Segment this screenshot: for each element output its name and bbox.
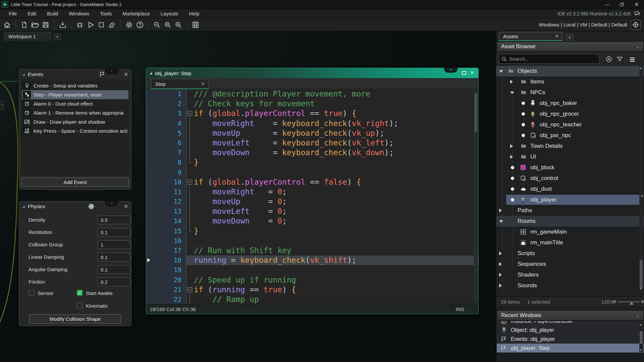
asset-browser-dropdown[interactable]: Asset Browser ⌄ — [497, 42, 644, 52]
events-panel-header[interactable]: ◢ Events ∨ ✕ — [19, 69, 131, 79]
code-line-8[interactable]: 8} — [146, 158, 478, 167]
import-icon[interactable] — [58, 20, 68, 30]
scroll-down-icon[interactable]: ▼ — [639, 348, 642, 352]
event-item-3[interactable]: Alarm 0 - Dust cloud effect — [22, 99, 128, 108]
tree-item-sequences[interactable]: Sequences — [496, 259, 644, 269]
tree-item-town-details[interactable]: Town Details — [496, 141, 644, 152]
recent-window-item-2[interactable]: Object: obj_player — [497, 325, 644, 335]
new-workspace-tab-button[interactable]: + — [54, 34, 61, 40]
maximize-icon[interactable] — [462, 71, 466, 75]
code-fold-icon[interactable]: − — [187, 287, 192, 292]
zoom-slider-thumb[interactable] — [630, 302, 634, 305]
help-icon[interactable] — [135, 20, 145, 30]
code-line-12[interactable]: 12 moveUp = 0; — [146, 197, 478, 206]
new-dock-tab-button[interactable]: + — [565, 34, 574, 41]
code-line-1[interactable]: 1/// @description Player movement, more — [146, 89, 478, 99]
tree-item-rm_gamemain[interactable]: rm_gameMain — [496, 227, 644, 237]
tree-item-obj_par_npc[interactable]: obj_par_npc — [496, 130, 644, 141]
tab-assets[interactable]: Assets ✕ — [499, 32, 562, 41]
code-line-20[interactable]: 20// Speed up if running — [146, 275, 478, 285]
chevron-collapsed-icon[interactable] — [510, 144, 513, 148]
tree-item-paths[interactable]: Paths — [496, 205, 644, 216]
collapse-icon[interactable]: ◢ — [22, 205, 25, 208]
menu-layouts[interactable]: Layouts — [156, 10, 183, 17]
panel-resize-grip[interactable] — [47, 190, 103, 191]
tree-item-rm_maintitle[interactable]: rm_mainTitle — [496, 237, 644, 248]
workspace-tab[interactable]: Workspace 1 — [4, 32, 51, 41]
tree-scrollbar-thumb[interactable] — [640, 260, 643, 289]
target-device-icon[interactable] — [191, 20, 201, 30]
feedback-chat-icon[interactable] — [633, 11, 641, 17]
linear-damping-field[interactable]: 0.1 — [98, 253, 130, 261]
tree-item-obj_control[interactable]: obj_control — [496, 173, 644, 184]
tree-item-ui[interactable]: UI — [496, 152, 644, 162]
close-icon[interactable]: ✕ — [124, 203, 128, 209]
debug-icon[interactable] — [75, 20, 85, 30]
tree-item-rooms[interactable]: Rooms — [496, 216, 644, 227]
code-line-7[interactable]: 7 moveDown = keyboard_check(vk_down); — [146, 148, 478, 158]
restitution-field[interactable]: 0.1 — [98, 228, 130, 237]
tree-item-obj_player[interactable]: obj_player — [496, 194, 644, 205]
code-scrollbar-thumb[interactable] — [474, 93, 477, 132]
tab-step[interactable]: Step ✕ — [151, 79, 209, 89]
menu-tools[interactable]: Tools — [95, 10, 116, 17]
code-line-14[interactable]: 14 moveDown = 0; — [146, 216, 478, 226]
chevron-collapsed-icon[interactable] — [499, 262, 502, 266]
modify-collision-shape-button[interactable]: Modify Collision Shape — [29, 314, 121, 323]
tree-item-obj_block[interactable]: obj_block — [496, 162, 644, 173]
stop-icon[interactable] — [96, 20, 106, 30]
home-icon[interactable] — [2, 20, 12, 30]
panel-notch[interactable]: ∨ — [444, 68, 458, 73]
chevron-collapsed-icon[interactable] — [499, 273, 502, 277]
maximize-icon[interactable] — [614, 0, 629, 9]
collision-group-field[interactable]: 1 — [98, 240, 130, 249]
kinematic-checkbox[interactable] — [77, 303, 83, 308]
game-options-icon[interactable] — [124, 20, 134, 30]
tree-item-shaders[interactable]: Shaders — [496, 269, 644, 280]
save-project-icon[interactable] — [41, 20, 51, 30]
chevron-collapsed-icon[interactable] — [510, 80, 513, 84]
panel-notch[interactable]: ∨ — [105, 201, 118, 206]
code-line-15[interactable]: 15} — [146, 226, 478, 236]
recent-window-item-1[interactable]: Instance: PlayerCharacter — [497, 321, 644, 325]
menu-windows[interactable]: Windows — [64, 10, 94, 17]
menu-icon[interactable] — [629, 56, 636, 63]
left-dock-collapse-handle[interactable]: ‹ — [0, 100, 4, 110]
collapse-icon[interactable]: ◢ — [150, 71, 152, 75]
tree-item-items[interactable]: Items — [496, 76, 644, 87]
tree-item-obj_dust[interactable]: obj_dust — [496, 184, 644, 194]
menu-build[interactable]: Build — [42, 10, 63, 17]
clean-icon[interactable] — [107, 20, 117, 30]
code-line-4[interactable]: 4 moveRight = keyboard_check(vk_right); — [146, 119, 478, 128]
chevron-collapsed-icon[interactable] — [499, 208, 502, 213]
menu-marketplace[interactable]: Marketplace — [118, 10, 155, 17]
target-platform-text[interactable]: Windows | Local | VM | Default | Default — [539, 22, 627, 27]
tree-item-objects[interactable]: Objects — [496, 66, 644, 76]
menu-help[interactable]: Help — [184, 10, 204, 17]
close-tab-icon[interactable]: ✕ — [555, 34, 559, 39]
chevron-expanded-icon[interactable] — [499, 220, 503, 223]
code-line-9[interactable]: 9 — [146, 168, 478, 177]
zoom-out-icon[interactable] — [152, 20, 162, 30]
menu-file[interactable]: File — [4, 10, 21, 17]
event-item-4[interactable]: Alarm 1 - Remove items when appropria — [22, 108, 128, 117]
close-icon[interactable]: ✕ — [629, 0, 644, 9]
physics-panel-header[interactable]: ◢ Physics ∨ ✕ — [19, 201, 131, 212]
search-input[interactable] — [499, 54, 599, 64]
tree-item-obj_npc_teacher[interactable]: obj_npc_teacher — [496, 119, 644, 130]
chevron-collapsed-icon[interactable] — [499, 251, 502, 255]
scroll-down-icon[interactable]: ▼ — [639, 287, 642, 290]
tree-item-obj_npc_baker[interactable]: obj_npc_baker — [496, 98, 644, 109]
target-manager-icon[interactable] — [631, 20, 641, 30]
code-line-6[interactable]: 6 moveLeft = keyboard_check(vk_left); — [146, 138, 478, 148]
recent-scrollbar-thumb[interactable] — [640, 331, 643, 344]
code-line-5[interactable]: 5 moveUp = keyboard_check(vk_up); — [146, 128, 478, 138]
event-item-2[interactable]: Step - Player movement, more — [22, 90, 128, 99]
code-fold-icon[interactable]: − — [187, 180, 192, 185]
chevron-collapsed-icon[interactable] — [499, 284, 502, 288]
collapse-icon[interactable]: ◢ — [22, 73, 25, 76]
close-tab-icon[interactable]: ✕ — [201, 81, 205, 86]
minimize-icon[interactable]: — — [600, 0, 614, 9]
code-line-10[interactable]: 10−if (global.playerControl == false) { — [146, 177, 478, 187]
sensor-checkbox[interactable] — [29, 290, 34, 296]
